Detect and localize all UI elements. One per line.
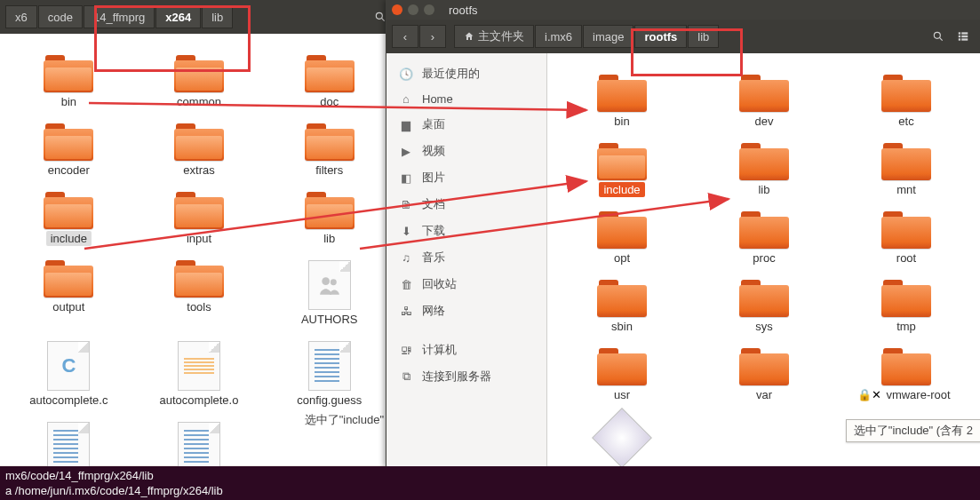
folder-icon: ▆ <box>399 118 413 131</box>
file-autocomplete-o[interactable]: autocomplete.o <box>134 332 265 413</box>
folder-bin[interactable]: bin <box>551 66 693 134</box>
titlebar: rootfs <box>386 0 980 20</box>
svg-point-3 <box>331 279 337 285</box>
folder-opt[interactable]: opt <box>551 202 693 271</box>
folder-lib[interactable]: lib <box>693 134 835 202</box>
file-config-guess[interactable]: config.guess <box>264 332 394 413</box>
doc-icon: 🗎 <box>399 198 413 211</box>
sidebar-network[interactable]: 🖧网络 <box>386 298 546 324</box>
computer-icon: 🖳 <box>399 344 413 357</box>
home-crumb[interactable]: 主文件夹 <box>454 25 534 48</box>
file-autocomplete-c[interactable]: autocomplete.c <box>4 332 134 413</box>
crumb[interactable]: image <box>583 25 633 48</box>
home-icon: ⌂ <box>399 92 413 106</box>
toolbar-left: x6 code 14_ffmprg x264 lib <box>0 0 398 34</box>
music-icon: ♫ <box>399 251 413 265</box>
sidebar-computer[interactable]: 🖳计算机 <box>386 337 546 363</box>
folder-encoder[interactable]: encoder <box>4 115 134 183</box>
svg-rect-8 <box>959 38 960 40</box>
crumb[interactable]: 14_ffmprg <box>84 5 155 28</box>
svg-point-2 <box>322 277 330 285</box>
folder-filters[interactable]: filters <box>264 115 394 183</box>
folder-var[interactable]: var <box>693 339 835 408</box>
folder-include[interactable]: include <box>4 183 134 251</box>
trash-icon: 🗑 <box>399 278 413 291</box>
folder-etc[interactable]: etc <box>835 66 977 134</box>
folder-tmp[interactable]: tmp <box>835 271 977 339</box>
search-icon[interactable] <box>926 25 951 48</box>
crumb-current[interactable]: rootfs <box>634 25 687 48</box>
folder-sbin[interactable]: sbin <box>551 271 693 339</box>
window-title: rootfs <box>449 4 478 17</box>
sidebar-connect-server[interactable]: ⧉连接到服务器 <box>386 363 546 390</box>
folder-usr[interactable]: usr <box>551 339 693 408</box>
svg-rect-9 <box>961 32 968 34</box>
folder-tools[interactable]: tools <box>134 251 265 332</box>
clock-icon: 🕓 <box>399 67 413 81</box>
video-icon: ▶ <box>399 145 413 158</box>
svg-rect-11 <box>961 38 968 40</box>
folder-proc[interactable]: proc <box>693 202 835 271</box>
folder-extras[interactable]: extras <box>134 115 265 183</box>
x-badge-icon: ✕ <box>872 388 881 401</box>
window-rootfs: rootfs ‹ › 主文件夹 i.mx6 image rootfs lib 🕓… <box>386 0 980 467</box>
folder-include[interactable]: include <box>551 134 693 202</box>
status-right: 选中了"include" (含有 2 <box>846 419 980 442</box>
sidebar-desktop[interactable]: ▆桌面 <box>386 111 546 138</box>
download-icon: ⬇ <box>399 225 413 238</box>
folder-root[interactable]: root <box>835 202 977 271</box>
sidebar-documents[interactable]: 🗎文档 <box>386 191 546 218</box>
svg-line-5 <box>939 37 942 40</box>
view-list-icon[interactable] <box>951 25 976 48</box>
crumb[interactable]: code <box>38 5 83 28</box>
folder-bin[interactable]: bin <box>4 46 134 115</box>
sidebar-video[interactable]: ▶视频 <box>386 138 546 164</box>
folder-output[interactable]: output <box>4 251 134 332</box>
folder-dev[interactable]: dev <box>693 66 835 134</box>
back-button[interactable]: ‹ <box>392 25 418 48</box>
svg-point-0 <box>376 12 382 19</box>
folder-lib[interactable]: lib <box>264 183 394 251</box>
close-icon[interactable] <box>392 4 402 15</box>
crumb[interactable]: lib <box>202 5 233 28</box>
sidebar-home[interactable]: ⌂Home <box>386 87 546 111</box>
svg-rect-10 <box>961 36 968 37</box>
toolbar-right: ‹ › 主文件夹 i.mx6 image rootfs lib <box>386 20 980 53</box>
folder-mnt[interactable]: mnt <box>835 134 977 202</box>
folder-vmware-root[interactable]: 🔒✕vmware-root <box>835 339 977 408</box>
sidebar-trash[interactable]: 🗑回收站 <box>386 271 546 298</box>
places-sidebar: 🕓最近使用的 ⌂Home ▆桌面 ▶视频 ◧图片 🗎文档 ⬇下载 ♫音乐 🗑回收… <box>386 53 547 467</box>
folder-input[interactable]: input <box>134 183 265 251</box>
sidebar-music[interactable]: ♫音乐 <box>386 244 546 271</box>
lock-icon: 🔒 <box>857 388 872 401</box>
crumb[interactable]: x6 <box>5 5 37 28</box>
folder-sys[interactable]: sys <box>693 271 835 339</box>
crumb-current[interactable]: x264 <box>155 5 201 28</box>
terminal[interactable]: mx6/code/14_ffmprg/x264/lib a /home/jun/… <box>0 466 980 500</box>
minimize-icon[interactable] <box>408 4 418 15</box>
network-icon: 🖧 <box>399 305 413 318</box>
window-x264: x6 code 14_ffmprg x264 lib bin common do… <box>0 0 398 465</box>
image-icon: ◧ <box>399 171 413 185</box>
crumb[interactable]: lib <box>688 25 719 48</box>
status-left: 选中了"include" ( <box>301 410 394 430</box>
file-grid-left: bin common doc encoder extras filters in… <box>0 34 398 465</box>
file-authors[interactable]: AUTHORS <box>264 251 394 332</box>
sidebar-pictures[interactable]: ◧图片 <box>386 164 546 191</box>
svg-point-4 <box>934 32 940 38</box>
svg-line-1 <box>381 18 384 20</box>
folder-doc[interactable]: doc <box>264 46 394 115</box>
folder-common[interactable]: common <box>134 46 265 115</box>
sidebar-downloads[interactable]: ⬇下载 <box>386 218 546 244</box>
crumb[interactable]: i.mx6 <box>535 25 582 48</box>
sidebar-recent[interactable]: 🕓最近使用的 <box>386 60 546 87</box>
svg-rect-6 <box>959 32 960 34</box>
maximize-icon[interactable] <box>424 4 434 15</box>
server-icon: ⧉ <box>399 369 413 384</box>
svg-rect-7 <box>959 36 960 37</box>
file-grid-right: bin dev etc include lib mnt opt proc roo… <box>547 53 980 467</box>
forward-button[interactable]: › <box>419 25 446 48</box>
